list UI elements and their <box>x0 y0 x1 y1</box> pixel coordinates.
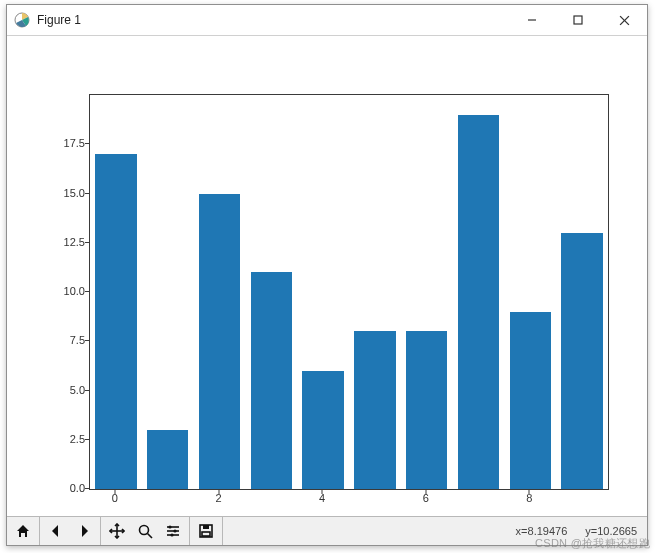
bar <box>561 233 602 489</box>
bar <box>147 430 188 489</box>
window-title: Figure 1 <box>37 13 81 27</box>
matplotlib-icon <box>13 11 31 29</box>
status-x-value: 8.19476 <box>528 525 568 537</box>
svg-line-8 <box>148 534 153 539</box>
maximize-button[interactable] <box>555 5 601 35</box>
save-button[interactable] <box>192 517 220 545</box>
y-tick-label: 7.5 <box>35 334 85 346</box>
y-tick-label: 0.0 <box>35 482 85 494</box>
x-tick-label: 2 <box>209 492 229 504</box>
bar <box>199 194 240 490</box>
svg-point-13 <box>173 529 176 532</box>
y-tick-label: 10.0 <box>35 285 85 297</box>
plot-area[interactable]: 0.02.55.07.510.012.515.017.5 02468 <box>7 36 647 516</box>
titlebar: Figure 1 <box>7 5 647 36</box>
svg-point-14 <box>170 533 173 536</box>
status-y-label: y= <box>585 525 597 537</box>
zoom-button[interactable] <box>131 517 159 545</box>
x-tick-label: 6 <box>416 492 436 504</box>
axes <box>89 94 609 490</box>
y-tick-label: 5.0 <box>35 384 85 396</box>
bar <box>251 272 292 489</box>
x-tick-label: 4 <box>312 492 332 504</box>
forward-button[interactable] <box>70 517 98 545</box>
y-tick-label: 15.0 <box>35 187 85 199</box>
svg-point-7 <box>140 526 149 535</box>
bar <box>510 312 551 489</box>
x-tick-label: 0 <box>105 492 125 504</box>
y-tick-label: 2.5 <box>35 433 85 445</box>
figure-window: Figure 1 0.02.55.07.510.012.515.017.5 02… <box>6 4 648 546</box>
bar <box>406 331 447 489</box>
svg-rect-16 <box>203 525 209 529</box>
bar <box>302 371 343 489</box>
svg-point-12 <box>168 525 171 528</box>
back-button[interactable] <box>42 517 70 545</box>
bar <box>458 115 499 489</box>
configure-subplots-button[interactable] <box>159 517 187 545</box>
status-y-value: 10.2665 <box>597 525 637 537</box>
bar <box>354 331 395 489</box>
y-tick-label: 17.5 <box>35 137 85 149</box>
pan-button[interactable] <box>103 517 131 545</box>
svg-rect-17 <box>202 532 210 536</box>
x-tick-label: 8 <box>519 492 539 504</box>
svg-rect-2 <box>574 16 582 24</box>
close-button[interactable] <box>601 5 647 35</box>
cursor-readout: x=8.19476 y=10.2665 <box>516 517 647 545</box>
bar-series <box>90 95 608 489</box>
y-tick-label: 12.5 <box>35 236 85 248</box>
status-x-label: x= <box>516 525 528 537</box>
bar <box>95 154 136 489</box>
minimize-button[interactable] <box>509 5 555 35</box>
nav-toolbar: x=8.19476 y=10.2665 <box>7 516 647 545</box>
home-button[interactable] <box>9 517 37 545</box>
